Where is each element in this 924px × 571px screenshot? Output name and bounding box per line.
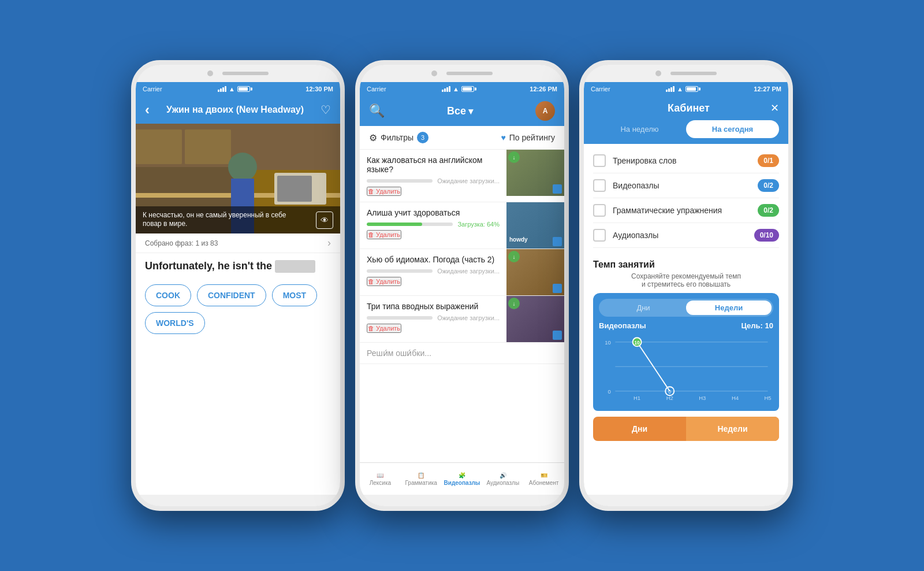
tab-week[interactable]: На неделю — [593, 120, 686, 138]
svg-point-6 — [228, 153, 257, 181]
status-bar-1: Carrier ▲ 12:30 PM — [136, 82, 340, 96]
time-3: 12:27 PM — [754, 86, 781, 92]
p2-avatar-label: A — [543, 107, 548, 115]
status-bar-2: Carrier ▲ 12:26 PM — [360, 82, 564, 96]
bottom-tab-days[interactable]: Дни — [593, 417, 686, 441]
tab-weeks[interactable]: Недели — [686, 301, 772, 315]
p1-subtitle: К несчастью, он не самый уверенный в себ… — [143, 211, 304, 229]
item-3-status: Ожидание загрузки... — [437, 268, 500, 275]
carrier-2: Carrier — [367, 86, 386, 92]
item-4-info: Три типа вводных выражений Ожидание загр… — [360, 296, 506, 342]
battery-icon-2 — [461, 86, 474, 92]
p3-chart-header: Видеопазлы Цель: 10 — [599, 321, 773, 330]
p2-header: 🔍 Все ▾ A — [360, 96, 564, 126]
svg-rect-2 — [136, 129, 182, 164]
checkbox-grammar[interactable] — [593, 204, 606, 217]
book-icon: 📖 — [377, 472, 383, 479]
item-3-delete[interactable]: 🗑 Удалить — [367, 277, 401, 286]
battery-icon-1 — [237, 86, 250, 92]
svg-text:Н2: Н2 — [666, 395, 673, 401]
list-item: Три типа вводных выражений Ожидание загр… — [360, 296, 564, 343]
p2-title: Все — [447, 105, 466, 117]
p1-progress-arrow[interactable] — [327, 237, 331, 249]
task-audio: Аудиопазлы 0/10 — [593, 223, 779, 248]
nav-subscribe[interactable]: 🎫 Абонемент — [523, 463, 564, 495]
tab-today[interactable]: На сегодня — [686, 120, 779, 138]
filter-label: Фильтры — [381, 133, 413, 142]
checkbox-words[interactable] — [593, 154, 606, 167]
nav-grammar[interactable]: 📋 Грамматика — [401, 463, 442, 495]
item-1-thumb: ↓ — [506, 150, 564, 196]
phone-2-screen: Carrier ▲ 12:26 PM 🔍 Все ▾ A — [360, 82, 564, 495]
task-words: Тренировка слов 0/1 — [593, 149, 779, 173]
time-1: 12:30 PM — [305, 86, 333, 92]
phone-icon-2 — [553, 237, 562, 246]
download-arrow-4[interactable]: ↓ — [508, 298, 520, 309]
item-1-delete[interactable]: 🗑 Удалить — [367, 187, 401, 196]
heart-button-1[interactable] — [321, 103, 331, 117]
item-2-delete-row: 🗑 Удалить — [367, 228, 500, 239]
item-4-delete[interactable]: 🗑 Удалить — [367, 324, 401, 333]
p3-bottom-tabs: Дни Недели — [593, 417, 779, 441]
filters-button[interactable]: ⚙ Фильтры 3 — [369, 132, 429, 143]
phone-1-screen: Carrier ▲ 12:30 PM Ужин на двоих (New He… — [136, 82, 340, 495]
svg-text:Н3: Н3 — [699, 395, 706, 401]
svg-text:Н4: Н4 — [732, 395, 739, 401]
phone-1-top — [136, 65, 340, 82]
time-2: 12:26 PM — [530, 86, 557, 92]
item-2-bottom: Загрузка: 64% — [367, 221, 500, 228]
chevron-down-icon[interactable]: ▾ — [468, 106, 473, 117]
nav-lexika[interactable]: 📖 Лексика — [360, 463, 401, 495]
status-icons-3: ▲ — [666, 86, 698, 92]
phone-2-top — [360, 65, 564, 82]
word-worlds[interactable]: WORLD'S — [145, 312, 205, 334]
p1-progress: Собрано фраз: 1 из 83 — [136, 233, 340, 253]
svg-rect-9 — [277, 176, 312, 202]
phone-icon-3 — [553, 284, 562, 293]
checkbox-audio[interactable] — [593, 229, 606, 242]
eye-button[interactable]: 👁 — [316, 212, 333, 229]
nav-audio[interactable]: 🔊 Аудиопазлы — [482, 463, 523, 495]
p2-title-row: Все ▾ — [447, 105, 473, 117]
item-4-progress-bar — [367, 316, 433, 320]
task-grammar-badge: 0/2 — [758, 204, 779, 217]
ticket-icon: 🎫 — [541, 472, 547, 479]
word-cook[interactable]: COOK — [145, 284, 191, 306]
tab-days[interactable]: Дни — [601, 301, 686, 315]
item-2-title: Алиша учит здороваться — [367, 208, 500, 217]
p2-search-icon[interactable]: 🔍 — [369, 103, 385, 118]
download-arrow-3[interactable]: ↓ — [508, 251, 520, 262]
list-item: Алиша учит здороваться Загрузка: 64% 🗑 У… — [360, 202, 564, 249]
item-1-delete-row: 🗑 Удалить — [367, 184, 500, 196]
svg-text:Н1: Н1 — [634, 395, 640, 401]
phone-3-speaker — [670, 72, 717, 75]
phone-2: Carrier ▲ 12:26 PM 🔍 Все ▾ A — [355, 60, 569, 511]
phone-1-camera — [207, 71, 213, 76]
heart-icon-filter: ♥ — [501, 133, 505, 142]
word-most[interactable]: MOST — [272, 284, 317, 306]
download-arrow-1[interactable]: ↓ — [508, 151, 520, 163]
p3-task-list: Тренировка слов 0/1 Видеопазлы 0/2 Грамм… — [584, 144, 788, 253]
item-3-title: Хью об идиомах. Погода (часть 2) — [367, 255, 500, 264]
sort-button[interactable]: ♥ По рейтингу — [501, 133, 555, 142]
list-item: Хью об идиомах. Погода (часть 2) Ожидани… — [360, 249, 564, 296]
item-2-delete[interactable]: 🗑 Удалить — [367, 230, 401, 239]
bottom-tab-weeks[interactable]: Недели — [686, 417, 779, 441]
svg-text:10: 10 — [605, 339, 610, 346]
task-video-label: Видеопазлы — [613, 181, 751, 190]
item-2-progress-bar — [367, 223, 453, 226]
back-button-1[interactable] — [145, 102, 150, 118]
phone-2-camera — [431, 71, 437, 76]
close-button-3[interactable]: ✕ — [770, 102, 779, 114]
p2-avatar[interactable]: A — [535, 101, 555, 121]
item-3-bottom: Ожидание загрузки... — [367, 268, 500, 275]
task-video-badge: 0/2 — [758, 179, 779, 192]
phone-icon-1 — [553, 184, 562, 194]
item-2-status: Загрузка: 64% — [457, 221, 500, 228]
nav-video[interactable]: 🧩 Видеопазлы — [442, 463, 483, 495]
wifi-icon-2: ▲ — [453, 86, 459, 92]
word-confident[interactable]: CONFIDENT — [197, 284, 266, 306]
checkbox-video[interactable] — [593, 179, 606, 192]
p3-chart-container: Дни Недели Видеопазлы Цель: 10 — [593, 293, 779, 406]
p2-filters: ⚙ Фильтры 3 ♥ По рейтингу — [360, 126, 564, 150]
